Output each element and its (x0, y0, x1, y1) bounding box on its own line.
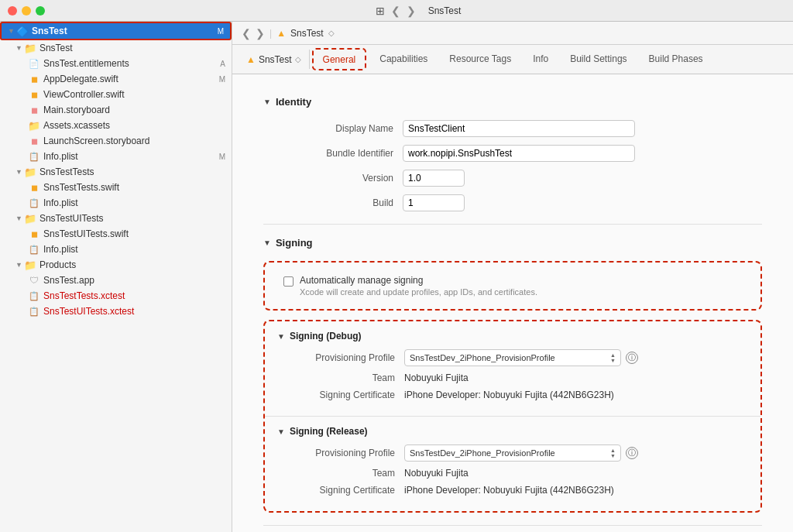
maximize-button[interactable] (36, 6, 45, 15)
tab-project[interactable]: ▲ SnsTest ◇ (239, 45, 309, 74)
release-cert-row: Signing Certificate iPhone Developer: No… (265, 485, 760, 496)
launchscreen-icon: ◼ (28, 135, 40, 147)
folder-icon-products: 📁 (24, 259, 36, 271)
close-button[interactable] (8, 6, 17, 15)
build-input[interactable] (403, 194, 465, 211)
infoplist-tests-label: Info.plist (43, 197, 225, 208)
debug-team-row: Team Nobuyuki Fujita (265, 372, 760, 383)
auto-signing-row: Automatically manage signing Xcode will … (283, 275, 742, 297)
file-snstesttests-xctest[interactable]: 📋 SnsTestTests.xctest (0, 288, 232, 304)
sidebar-root-item[interactable]: ▼ 🔷 SnsTest M (0, 22, 232, 40)
signing-debug-title: Signing (Debug) (290, 331, 362, 342)
display-name-input[interactable] (403, 120, 635, 137)
appdelegate-badge: M (219, 75, 225, 84)
debug-prov-select[interactable]: SnsTestDev_2iPhone_ProvisionProfile ▲▼ (404, 349, 621, 366)
identity-arrow[interactable]: ▼ (263, 98, 271, 106)
group-snstesttests[interactable]: ▼ 📁 SnsTestTests (0, 164, 232, 180)
assets-icon: 📁 (28, 119, 40, 132)
tab-info[interactable]: Info (522, 45, 559, 74)
signing-section-header: ▼ Signing (263, 237, 762, 249)
folder-arrow-root: ▼ (8, 27, 15, 35)
file-launchscreen[interactable]: ◼ LaunchScreen.storyboard (0, 133, 232, 149)
file-entitlements[interactable]: 📄 SnsTest.entitlements A (0, 56, 232, 71)
infoplist-badge: M (219, 153, 225, 161)
group-snstestuitests[interactable]: ▼ 📁 SnsTestUITests (0, 211, 232, 226)
project-tab-disclosure[interactable]: ◇ (295, 55, 301, 63)
entitlements-icon: 📄 (28, 57, 40, 70)
debug-prov-info-btn[interactable]: ⓘ (626, 352, 638, 364)
uitests-swift-label: SnsTestUITests.swift (43, 228, 225, 239)
release-team-value: Nobuyuki Fujita (404, 468, 469, 479)
file-snstesttests-swift[interactable]: ◼ SnsTestTests.swift (0, 180, 232, 195)
release-cert-value: iPhone Developer: Nobuyuki Fujita (442NB… (404, 485, 614, 496)
group-products[interactable]: ▼ 📁 Products (0, 257, 232, 273)
file-snstest-app[interactable]: 🛡 SnsTest.app (0, 273, 232, 288)
tests-swift-label: SnsTestTests.swift (43, 182, 225, 193)
folder-assets[interactable]: 📁 Assets.xcassets (0, 118, 232, 133)
display-name-row: Display Name (263, 120, 762, 137)
signing-debug-section: ▼ Signing (Debug) Provisioning Profile S… (265, 331, 760, 417)
forward-button[interactable]: ❯ (256, 27, 265, 39)
signing-release-arrow[interactable]: ▼ (277, 427, 285, 436)
toolbar-icon-grid[interactable]: ⊞ (376, 5, 385, 17)
window-controls (8, 6, 45, 15)
auto-signing-checkbox[interactable] (283, 276, 294, 287)
tests-swift-icon: ◼ (28, 181, 40, 194)
debug-cert-label: Signing Certificate (280, 390, 404, 400)
tab-build-phases[interactable]: Build Phases (638, 45, 714, 74)
debug-team-value: Nobuyuki Fujita (404, 372, 469, 383)
uitests-swift-icon: ◼ (28, 228, 40, 240)
file-infoplist-uitests[interactable]: 📋 Info.plist (0, 242, 232, 257)
folder-icon-snstest: 📁 (24, 42, 36, 54)
tab-general[interactable]: General (312, 48, 367, 70)
folder-icon-tests: 📁 (24, 166, 36, 178)
signing-release-title: Signing (Release) (290, 426, 368, 437)
appdelegate-label: AppDelegate.swift (43, 74, 216, 84)
back-button[interactable]: ❮ (242, 27, 251, 39)
file-main-storyboard[interactable]: ◼ Main.storyboard (0, 102, 232, 118)
xctest-label-1: SnsTestTests.xctest (43, 290, 225, 301)
tab-build-settings[interactable]: Build Settings (559, 45, 637, 74)
xctest-icon-2: 📋 (28, 305, 40, 317)
file-infoplist-snstest[interactable]: 📋 Info.plist M (0, 149, 232, 164)
main-storyboard-label: Main.storyboard (43, 105, 225, 115)
debug-team-label: Team (280, 372, 404, 383)
release-team-row: Team Nobuyuki Fujita (265, 468, 760, 479)
file-snstestuitests-xctest[interactable]: 📋 SnsTestUITests.xctest (0, 304, 232, 319)
release-prov-select-wrapper: SnsTestDev_2iPhone_ProvisionProfile ▲▼ ⓘ (404, 444, 638, 462)
select-arrows-release: ▲▼ (610, 448, 616, 458)
infoplist-uitests-label: Info.plist (43, 244, 225, 255)
version-input[interactable] (403, 170, 465, 187)
toolbar-icon-left[interactable]: ❮ (391, 5, 400, 17)
file-appdelegate[interactable]: ◼ AppDelegate.swift M (0, 71, 232, 87)
minimize-button[interactable] (22, 6, 31, 15)
viewcontroller-icon: ◼ (28, 88, 40, 101)
release-prov-info-btn[interactable]: ⓘ (626, 447, 638, 459)
divider-2 (263, 525, 762, 526)
debug-cert-value: iPhone Developer: Nobuyuki Fujita (442NB… (404, 390, 614, 400)
breadcrumb-title: SnsTest (290, 28, 324, 39)
file-uitests-swift[interactable]: ◼ SnsTestUITests.swift (0, 226, 232, 242)
toolbar-icon-right[interactable]: ❯ (407, 5, 416, 17)
group-tests-label: SnsTestTests (39, 166, 225, 177)
infoplist-uitests-icon: 📋 (28, 243, 40, 256)
file-viewcontroller[interactable]: ◼ ViewController.swift (0, 87, 232, 102)
bundle-id-input[interactable] (403, 145, 635, 162)
debug-prov-label: Provisioning Profile (280, 352, 404, 363)
auto-signing-note: Xcode will create and update profiles, a… (300, 287, 537, 297)
appdelegate-icon: ◼ (28, 73, 40, 85)
breadcrumb-disclosure[interactable]: ◇ (328, 29, 335, 37)
file-infoplist-tests[interactable]: 📋 Info.plist (0, 195, 232, 211)
xctest-icon-1: 📋 (28, 290, 40, 302)
signing-arrow[interactable]: ▼ (263, 239, 271, 247)
tab-resource-tags[interactable]: Resource Tags (438, 45, 522, 74)
tab-capabilities[interactable]: Capabilities (369, 45, 438, 74)
group-snstest[interactable]: ▼ 📁 SnsTest (0, 40, 232, 56)
release-prov-select[interactable]: SnsTestDev_2iPhone_ProvisionProfile ▲▼ (404, 444, 621, 462)
bundle-id-row: Bundle Identifier (263, 145, 762, 162)
signing-debug-arrow[interactable]: ▼ (277, 332, 285, 341)
auto-signing-label: Automatically manage signing (300, 275, 537, 286)
xcode-project-icon: 🔷 (16, 25, 29, 37)
debug-prov-value: SnsTestDev_2iPhone_ProvisionProfile (410, 353, 555, 362)
build-label: Build (279, 197, 403, 208)
